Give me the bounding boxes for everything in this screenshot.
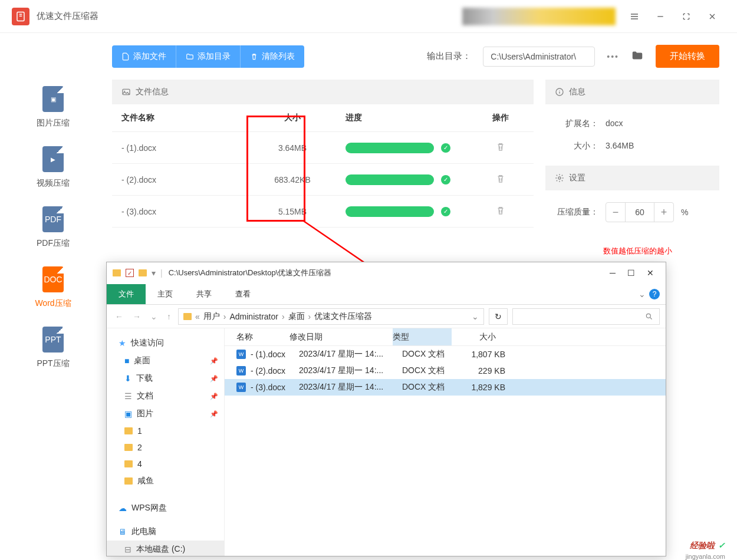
sidebar: ▣ 图片压缩 ▶ 视频压缩 PDF PDF压缩 DOC Word压缩 PPT P… bbox=[0, 33, 106, 560]
pdf-file-icon: PDF bbox=[42, 206, 64, 232]
tab-share[interactable]: 共享 bbox=[185, 284, 223, 304]
exp-maximize-icon[interactable]: ☐ bbox=[627, 268, 635, 278]
back-icon[interactable]: ← bbox=[113, 309, 126, 324]
table-row: - (2).docx 683.42KB ✓ bbox=[112, 164, 534, 196]
breadcrumb[interactable]: « 用户› Administrator› 桌面› 优速文件压缩器 ⌄ bbox=[178, 308, 484, 325]
browse-button[interactable]: ••• bbox=[607, 52, 619, 61]
word-doc-icon: W bbox=[236, 350, 246, 359]
forward-icon[interactable]: → bbox=[130, 309, 143, 324]
side-pc[interactable]: 🖥此电脑 bbox=[107, 523, 224, 541]
side-cdrive[interactable]: ⊟本地磁盘 (C:) bbox=[107, 541, 224, 556]
folder-icon bbox=[139, 269, 147, 276]
search-input[interactable] bbox=[512, 308, 660, 325]
side-folder[interactable]: 咸鱼 bbox=[107, 472, 224, 490]
word-doc-icon: W bbox=[236, 366, 246, 375]
explorer-file-row[interactable]: W - (2).docx 2023/4/17 星期一 14:... DOCX 文… bbox=[225, 363, 666, 379]
refresh-button[interactable]: ↻ bbox=[489, 308, 508, 325]
side-folder[interactable]: 4 bbox=[107, 456, 224, 472]
ecol-name[interactable]: 名称 bbox=[225, 332, 289, 342]
toolbar: 添加文件 添加目录 清除列表 输出目录： C:\Users\Administra… bbox=[112, 45, 719, 68]
explorer-columns: 名称 修改日期 类型 大小 bbox=[225, 328, 666, 346]
side-pics[interactable]: ▣图片📌 bbox=[107, 405, 224, 423]
size-label: 大小： bbox=[557, 141, 598, 151]
quality-value[interactable]: 60 bbox=[625, 203, 654, 222]
titlebar: 优速文件压缩器 bbox=[0, 0, 737, 33]
folder-icon bbox=[113, 269, 121, 276]
quick-access[interactable]: ★快速访问 bbox=[107, 334, 224, 352]
tab-file[interactable]: 文件 bbox=[107, 284, 146, 304]
success-icon: ✓ bbox=[441, 175, 450, 185]
word-doc-icon: W bbox=[236, 383, 246, 392]
table-header: 文件名称 大小 进度 操作 bbox=[112, 104, 534, 132]
quality-label: 压缩质量： bbox=[557, 207, 598, 218]
user-info-blurred bbox=[462, 8, 616, 25]
delete-button[interactable] bbox=[495, 176, 506, 186]
output-dir-label: 输出目录： bbox=[427, 51, 471, 62]
table-row: - (1).docx 3.64MB ✓ bbox=[112, 132, 534, 164]
explorer-titlebar: ✓ ▾ | C:\Users\Administrator\Desktop\优速文… bbox=[107, 262, 666, 284]
col-action: 操作 bbox=[477, 113, 524, 123]
delete-button[interactable] bbox=[495, 208, 506, 218]
sidebar-item-image[interactable]: ▣ 图片压缩 bbox=[37, 86, 70, 129]
app-title: 优速文件压缩器 bbox=[37, 11, 462, 22]
start-convert-button[interactable]: 开始转换 bbox=[656, 45, 719, 68]
tab-home[interactable]: 主页 bbox=[146, 284, 185, 304]
info-header: 信息 bbox=[545, 80, 719, 104]
checkbox-icon[interactable]: ✓ bbox=[126, 269, 134, 277]
progress-bar bbox=[346, 174, 434, 185]
maximize-icon[interactable] bbox=[673, 5, 699, 28]
sidebar-item-pdf[interactable]: PDF PDF压缩 bbox=[37, 206, 70, 249]
exp-minimize-icon[interactable]: ─ bbox=[610, 268, 616, 278]
add-file-button[interactable]: 添加文件 bbox=[112, 45, 176, 68]
ext-label: 扩展名： bbox=[557, 118, 598, 129]
progress-bar bbox=[346, 206, 434, 217]
add-dir-button[interactable]: 添加目录 bbox=[176, 45, 241, 68]
chevron-down-icon[interactable]: ⌄ bbox=[639, 289, 646, 299]
output-path-field[interactable]: C:\Users\Administrator\ bbox=[483, 47, 595, 67]
sidebar-label: 图片压缩 bbox=[37, 118, 70, 129]
tab-view[interactable]: 查看 bbox=[223, 284, 262, 304]
folder-icon bbox=[183, 313, 192, 320]
exp-close-icon[interactable]: ✕ bbox=[647, 268, 654, 278]
close-icon[interactable] bbox=[699, 5, 725, 28]
help-icon[interactable]: ? bbox=[649, 289, 660, 299]
col-progress: 进度 bbox=[334, 113, 477, 123]
side-docs[interactable]: ☰文档📌 bbox=[107, 387, 224, 405]
info-panel: 信息 扩展名：docx 大小：3.64MB 设置 压缩质量： − 60 bbox=[545, 80, 719, 268]
side-folder[interactable]: 1 bbox=[107, 423, 224, 439]
open-folder-icon[interactable] bbox=[631, 49, 644, 64]
svg-rect-1 bbox=[19, 14, 22, 15]
delete-button[interactable] bbox=[495, 144, 506, 154]
sidebar-label: PPT压缩 bbox=[37, 358, 69, 369]
side-wps[interactable]: ☁WPS网盘 bbox=[107, 499, 224, 517]
sidebar-item-word[interactable]: DOC Word压缩 bbox=[35, 266, 71, 309]
svg-rect-2 bbox=[19, 15, 22, 17]
word-file-icon: DOC bbox=[42, 266, 64, 292]
explorer-file-row[interactable]: W - (3).docx 2023/4/17 星期一 14:... DOCX 文… bbox=[225, 379, 666, 396]
explorer-file-row[interactable]: W - (1).docx 2023/4/17 星期一 14:... DOCX 文… bbox=[225, 346, 666, 363]
sidebar-label: 视频压缩 bbox=[37, 178, 70, 189]
side-downloads[interactable]: ⬇下载📌 bbox=[107, 370, 224, 387]
size-value: 3.64MB bbox=[606, 141, 634, 151]
sidebar-item-video[interactable]: ▶ 视频压缩 bbox=[37, 146, 70, 189]
side-desktop[interactable]: ■桌面📌 bbox=[107, 352, 224, 370]
increase-button[interactable]: + bbox=[654, 203, 673, 222]
ppt-file-icon: PPT bbox=[42, 327, 64, 353]
table-row: - (3).docx 5.15MB ✓ bbox=[112, 196, 534, 228]
ecol-type[interactable]: 类型 bbox=[393, 328, 452, 345]
decrease-button[interactable]: − bbox=[606, 203, 625, 222]
clear-list-button[interactable]: 清除列表 bbox=[241, 45, 304, 68]
ecol-date[interactable]: 修改日期 bbox=[289, 332, 393, 342]
file-list-panel: 文件信息 文件名称 大小 进度 操作 - (1).docx 3.64MB ✓ -… bbox=[112, 80, 534, 268]
menu-icon[interactable] bbox=[621, 5, 647, 28]
settings-header: 设置 bbox=[545, 166, 719, 190]
quality-stepper[interactable]: − 60 + bbox=[606, 202, 674, 222]
history-icon[interactable]: ⌄ bbox=[148, 309, 160, 324]
up-icon[interactable]: ↑ bbox=[164, 309, 173, 324]
dropdown-icon[interactable]: ▾ bbox=[152, 268, 156, 278]
minimize-icon[interactable] bbox=[647, 5, 673, 28]
ecol-size[interactable]: 大小 bbox=[452, 332, 502, 342]
app-logo-icon bbox=[12, 8, 29, 25]
side-folder[interactable]: 2 bbox=[107, 439, 224, 456]
sidebar-item-ppt[interactable]: PPT PPT压缩 bbox=[37, 327, 69, 369]
